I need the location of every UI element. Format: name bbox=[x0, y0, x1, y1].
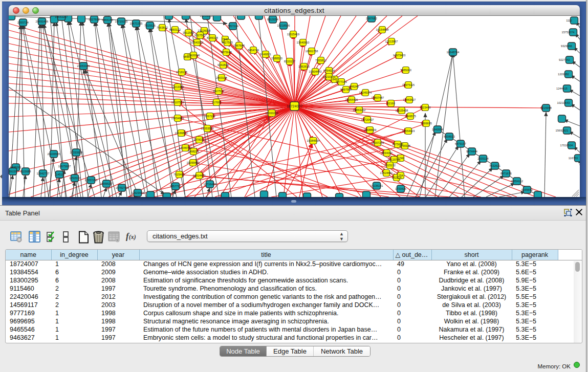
svg-text:8660123: 8660123 bbox=[169, 28, 181, 31]
svg-text:6497568: 6497568 bbox=[340, 88, 352, 91]
svg-text:8813054: 8813054 bbox=[267, 18, 278, 21]
svg-text:10025438: 10025438 bbox=[396, 109, 408, 112]
svg-text:8454749: 8454749 bbox=[248, 49, 259, 52]
svg-text:7955812: 7955812 bbox=[315, 59, 326, 62]
svg-text:9327505: 9327505 bbox=[222, 41, 233, 44]
svg-text:2935114: 2935114 bbox=[477, 157, 488, 160]
svg-text:13640910: 13640910 bbox=[297, 41, 310, 44]
svg-text:18245374: 18245374 bbox=[359, 91, 372, 94]
svg-text:6479197: 6479197 bbox=[455, 142, 466, 145]
svg-text:19904443: 19904443 bbox=[309, 70, 322, 73]
svg-text:16154838: 16154838 bbox=[376, 28, 389, 31]
svg-text:2803144: 2803144 bbox=[216, 76, 227, 79]
svg-text:19654983: 19654983 bbox=[171, 117, 184, 120]
svg-text:12353594: 12353594 bbox=[201, 127, 214, 130]
svg-text:10719155: 10719155 bbox=[115, 20, 128, 23]
svg-text:18307249: 18307249 bbox=[372, 141, 384, 144]
svg-text:16914479: 16914479 bbox=[193, 174, 206, 177]
svg-text:12942737: 12942737 bbox=[37, 172, 50, 175]
svg-text:2349575: 2349575 bbox=[405, 115, 416, 118]
svg-text:15720407: 15720407 bbox=[361, 118, 374, 121]
svg-text:116753: 116753 bbox=[569, 157, 578, 160]
svg-text:9327503: 9327503 bbox=[194, 34, 206, 37]
svg-text:10973403: 10973403 bbox=[393, 54, 406, 57]
svg-text:3875645: 3875645 bbox=[221, 51, 232, 54]
svg-text:9242845: 9242845 bbox=[217, 63, 229, 67]
svg-text:12107553: 12107553 bbox=[171, 101, 184, 104]
svg-text:1746: 1746 bbox=[398, 157, 404, 160]
svg-text:9777169: 9777169 bbox=[336, 80, 347, 83]
svg-text:20206555: 20206555 bbox=[48, 152, 60, 156]
svg-text:11325419: 11325419 bbox=[287, 33, 299, 36]
svg-text:10807487: 10807487 bbox=[372, 96, 384, 99]
svg-text:17046766: 17046766 bbox=[179, 146, 192, 149]
svg-text:9115460: 9115460 bbox=[420, 106, 430, 109]
svg-text:7625402: 7625402 bbox=[173, 173, 185, 176]
svg-text:9435061: 9435061 bbox=[10, 166, 21, 169]
svg-text:19384554: 19384554 bbox=[307, 139, 320, 142]
svg-text:8938923: 8938923 bbox=[444, 135, 455, 138]
svg-text:19166823: 19166823 bbox=[175, 132, 188, 135]
svg-text:13524651: 13524651 bbox=[380, 171, 393, 174]
svg-text:15692921: 15692921 bbox=[556, 129, 569, 132]
svg-text:7485063: 7485063 bbox=[400, 69, 411, 72]
svg-text:5215958: 5215958 bbox=[540, 106, 552, 110]
svg-text:20053346: 20053346 bbox=[77, 64, 90, 68]
svg-text:1615132: 1615132 bbox=[384, 164, 396, 167]
svg-text:9146821: 9146821 bbox=[260, 53, 271, 56]
svg-text:17016504: 17016504 bbox=[560, 144, 573, 147]
svg-text:9427512: 9427512 bbox=[213, 90, 224, 93]
svg-text:9245652: 9245652 bbox=[521, 188, 533, 191]
svg-text:98901: 98901 bbox=[183, 55, 191, 58]
svg-text:12213363: 12213363 bbox=[171, 85, 184, 89]
svg-text:114519: 114519 bbox=[55, 173, 64, 176]
svg-text:2687682: 2687682 bbox=[366, 17, 377, 20]
svg-text:10671355: 10671355 bbox=[130, 22, 143, 25]
svg-text:14463627: 14463627 bbox=[403, 98, 416, 101]
svg-text:2967608: 2967608 bbox=[233, 44, 245, 47]
svg-text:16053809: 16053809 bbox=[200, 16, 213, 17]
svg-text:8186328: 8186328 bbox=[207, 36, 218, 39]
svg-text:12975115: 12975115 bbox=[402, 83, 415, 86]
svg-text:15099483: 15099483 bbox=[187, 161, 200, 164]
svg-text:1640954: 1640954 bbox=[432, 128, 443, 131]
svg-text:29863212: 29863212 bbox=[353, 108, 366, 112]
svg-text:12923448: 12923448 bbox=[132, 191, 144, 194]
svg-text:10654112: 10654112 bbox=[511, 180, 523, 183]
svg-text:28300213: 28300213 bbox=[266, 112, 278, 115]
svg-text:1250513: 1250513 bbox=[69, 177, 80, 180]
svg-text:16961758: 16961758 bbox=[306, 50, 318, 53]
svg-text:16648764: 16648764 bbox=[447, 51, 460, 54]
svg-text:19218506: 19218506 bbox=[277, 24, 290, 27]
svg-text:254: 254 bbox=[398, 174, 403, 177]
svg-text:16554923: 16554923 bbox=[402, 129, 415, 133]
svg-text:7515526: 7515526 bbox=[144, 24, 156, 27]
svg-text:9474444: 9474444 bbox=[466, 150, 477, 153]
svg-text:2756928: 2756928 bbox=[399, 144, 410, 147]
svg-text:6794024: 6794024 bbox=[323, 69, 335, 72]
svg-text:3878312: 3878312 bbox=[193, 138, 205, 141]
svg-text:3912954: 3912954 bbox=[183, 31, 194, 34]
svg-text:1733426: 1733426 bbox=[395, 187, 406, 190]
svg-text:20691406: 20691406 bbox=[36, 20, 49, 23]
svg-text:1362615: 1362615 bbox=[298, 65, 310, 68]
svg-text:9834067: 9834067 bbox=[381, 151, 393, 155]
svg-text:10210643: 10210643 bbox=[557, 101, 570, 104]
svg-text:15751074: 15751074 bbox=[562, 31, 575, 34]
svg-text:7663822: 7663822 bbox=[157, 26, 168, 29]
svg-text:2588520: 2588520 bbox=[271, 57, 282, 60]
svg-text:23226058: 23226058 bbox=[198, 29, 211, 32]
svg-text:9857791: 9857791 bbox=[170, 185, 181, 188]
svg-text:18724007: 18724007 bbox=[287, 104, 302, 108]
svg-text:8471676: 8471676 bbox=[500, 172, 512, 175]
svg-text:317006: 317006 bbox=[212, 101, 222, 104]
svg-text:16782759: 16782759 bbox=[116, 186, 128, 189]
svg-text:17957255: 17957255 bbox=[85, 179, 98, 182]
svg-text:13716485: 13716485 bbox=[204, 183, 216, 186]
svg-text:20364436: 20364436 bbox=[345, 98, 358, 101]
svg-text:9699695: 9699695 bbox=[421, 122, 432, 125]
svg-text:2055724: 2055724 bbox=[17, 21, 29, 24]
svg-text:7632621: 7632621 bbox=[489, 164, 500, 167]
svg-text:1115688: 1115688 bbox=[20, 170, 31, 173]
svg-text:10543362: 10543362 bbox=[191, 41, 204, 44]
